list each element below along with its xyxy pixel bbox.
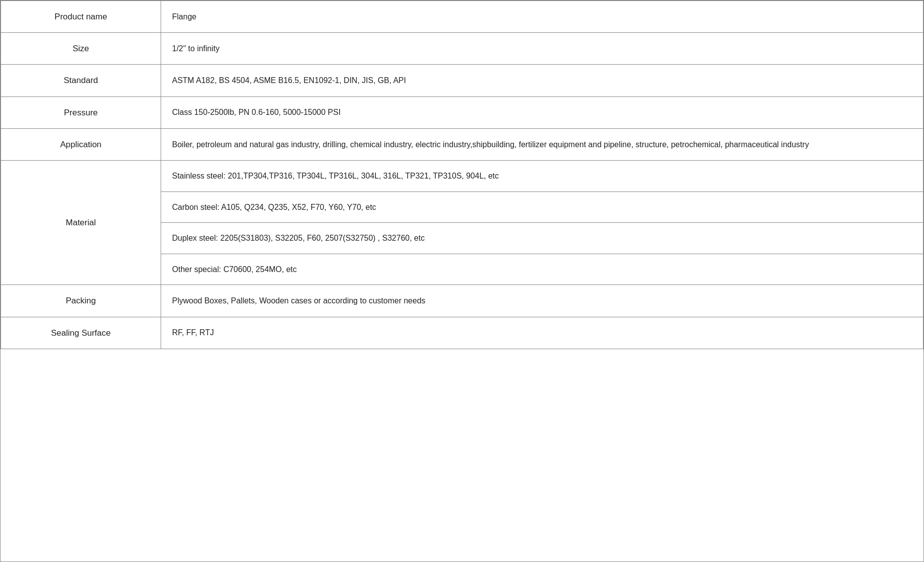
application-label: Application	[1, 128, 161, 160]
pressure-value: Class 150-2500lb, PN 0.6-160, 5000-15000…	[161, 96, 924, 128]
size-value: 1/2" to infinity	[161, 33, 924, 65]
sealing-surface-row: Sealing Surface RF, FF, RTJ	[1, 317, 924, 349]
packing-row: Packing Plywood Boxes, Pallets, Wooden c…	[1, 285, 924, 317]
packing-value: Plywood Boxes, Pallets, Wooden cases or …	[161, 285, 924, 317]
material-label: Material	[1, 160, 161, 284]
product-name-row: Product name Flange	[1, 1, 924, 33]
pressure-row: Pressure Class 150-2500lb, PN 0.6-160, 5…	[1, 96, 924, 128]
material-duplex: Duplex steel: 2205(S31803), S32205, F60,…	[161, 223, 924, 254]
material-special: Other special: C70600, 254MO, etc	[161, 254, 924, 285]
product-name-label: Product name	[1, 1, 161, 33]
pressure-label: Pressure	[1, 96, 161, 128]
material-carbon: Carbon steel: A105, Q234, Q235, X52, F70…	[161, 191, 924, 223]
sealing-surface-label: Sealing Surface	[1, 317, 161, 349]
standard-row: Standard ASTM A182, BS 4504, ASME B16.5,…	[1, 65, 924, 96]
material-stainless: Stainless steel: 201,TP304,TP316, TP304L…	[161, 160, 924, 191]
standard-label: Standard	[1, 65, 161, 96]
application-value: Boiler, petroleum and natural gas indust…	[161, 128, 924, 160]
product-name-value: Flange	[161, 1, 924, 33]
material-row-1: Material Stainless steel: 201,TP304,TP31…	[1, 160, 924, 191]
size-row: Size 1/2" to infinity	[1, 33, 924, 65]
size-label: Size	[1, 33, 161, 65]
sealing-surface-value: RF, FF, RTJ	[161, 317, 924, 349]
application-row: Application Boiler, petroleum and natura…	[1, 128, 924, 160]
standard-value: ASTM A182, BS 4504, ASME B16.5, EN1092-1…	[161, 65, 924, 96]
packing-label: Packing	[1, 285, 161, 317]
